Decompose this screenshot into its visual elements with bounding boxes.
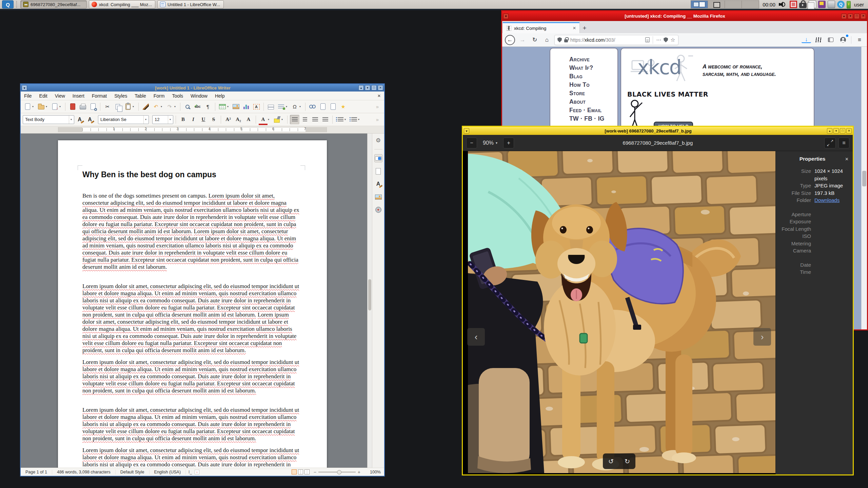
text-language[interactable]: English (USA)	[150, 470, 186, 474]
writer-titlebar[interactable]: ▾ [work] Untitled 1 - LibreOffice Writer…	[21, 84, 384, 92]
print-preview-icon[interactable]	[88, 102, 98, 111]
disk-space-icon[interactable]	[828, 1, 835, 8]
browser-scrollbar[interactable]	[861, 47, 867, 329]
zoom-in-button[interactable]: +	[503, 138, 514, 148]
footnote-icon[interactable]	[318, 102, 328, 111]
clipboard-icon[interactable]	[809, 1, 816, 8]
properties-close-icon[interactable]: ✕	[845, 157, 849, 162]
menu-window[interactable]: Window	[191, 93, 208, 99]
hyperlink-icon[interactable]	[308, 102, 317, 111]
reload-button[interactable]: ↻	[530, 35, 539, 45]
menu-insert[interactable]: Insert	[73, 93, 84, 99]
font-color-caret[interactable]: ▾	[268, 118, 271, 121]
menu-styles[interactable]: Styles	[114, 93, 127, 99]
menu-edit[interactable]: Edit	[39, 93, 47, 99]
taskbar-window-writer[interactable]: Untitled 1 - LibreOffice W...	[157, 0, 224, 8]
xkcd-link-store[interactable]: Store	[569, 89, 617, 98]
multi-page-view-icon[interactable]	[298, 469, 303, 474]
window-menu-icon[interactable]: ▾	[22, 85, 27, 90]
page-style[interactable]: Default Style	[116, 470, 150, 474]
zoom-out-icon[interactable]: −	[314, 469, 316, 475]
shade-button[interactable]: ▴	[827, 128, 832, 134]
font-color-icon[interactable]: A	[258, 115, 268, 124]
url-text[interactable]: https://xkcd.com/303/	[570, 37, 643, 43]
xkcd-link-howto[interactable]: How To	[569, 81, 617, 89]
menu-table[interactable]: Table	[135, 93, 146, 99]
scrollbar-thumb[interactable]	[862, 171, 866, 186]
xkcd-link-whatif[interactable]: What If?	[569, 64, 617, 72]
navigator-deck-icon[interactable]	[374, 206, 382, 214]
forward-button[interactable]: →	[518, 35, 527, 45]
taskbar-window-firefox[interactable]: xkcd: Compiling ___ Moz...	[89, 0, 155, 8]
maximize-button[interactable]: □	[840, 128, 845, 134]
qubes-tray-icon[interactable]: Q	[837, 1, 845, 8]
bullet-caret[interactable]: ▾	[344, 118, 348, 121]
taskbar-window-image-viewer[interactable]: 6968727080_29ecef8af...	[20, 0, 87, 8]
page-deck-icon[interactable]	[374, 167, 382, 175]
xkcd-link-about[interactable]: About	[569, 98, 617, 106]
bullet-list-icon[interactable]	[335, 115, 344, 124]
shade-button[interactable]: ▴	[358, 85, 364, 90]
zoom-percent[interactable]: 100%	[364, 470, 381, 474]
field-caret[interactable]: ▾	[286, 105, 289, 108]
hamburger-menu-icon[interactable]: ≡	[855, 35, 864, 45]
fullscreen-button[interactable]: ↗↙	[824, 138, 836, 148]
clone-formatting-icon[interactable]	[141, 102, 151, 111]
undo-caret[interactable]: ▾	[161, 105, 164, 108]
redo-caret[interactable]: ▾	[174, 105, 178, 108]
align-justify-icon[interactable]	[320, 115, 330, 124]
page-count[interactable]: Page 1 of 1	[24, 470, 52, 474]
page-break-icon[interactable]	[266, 102, 276, 111]
find-replace-icon[interactable]	[183, 102, 192, 111]
qubes-domains-icon[interactable]	[790, 1, 797, 8]
paragraph-style-select[interactable]: Text Body ▾	[23, 115, 74, 124]
align-left-icon[interactable]	[290, 115, 299, 124]
special-char-caret[interactable]: ▾	[299, 105, 303, 108]
page-actions-icon[interactable]: ⋯	[656, 37, 661, 43]
export-pdf-icon[interactable]	[68, 102, 77, 111]
firefox-titlebar[interactable]: ▾ [untrusted] xkcd: Compiling __ Mozilla…	[502, 11, 867, 21]
toolbar-overflow-icon[interactable]: »	[373, 102, 382, 111]
gallery-deck-icon[interactable]	[374, 193, 382, 201]
insert-table-icon[interactable]	[218, 102, 227, 111]
font-size-select[interactable]: 12 ▾	[152, 115, 173, 124]
workspace-3[interactable]	[725, 1, 742, 8]
copy-icon[interactable]	[113, 102, 122, 111]
formatting-marks-icon[interactable]: ¶	[203, 102, 213, 111]
sidebars-icon[interactable]	[826, 35, 835, 45]
previous-image-button[interactable]: ‹	[467, 328, 485, 346]
open-icon[interactable]	[36, 102, 46, 111]
minimize-button[interactable]: ▾	[848, 14, 853, 19]
document-canvas[interactable]: Why Ben is the best dog on campus Ben is…	[21, 134, 367, 468]
xkcd-logo[interactable]: xkcd	[637, 56, 681, 79]
sidebar-settings-icon[interactable]: ⚙	[374, 136, 382, 144]
spelling-icon[interactable]: abc	[193, 102, 202, 111]
library-icon[interactable]	[814, 35, 823, 45]
close-button[interactable]: ✕	[846, 128, 852, 134]
downloads-icon[interactable]: ↓	[802, 37, 811, 43]
document-modified-icon[interactable]: ↓	[195, 470, 199, 474]
scrollbar-thumb[interactable]	[368, 279, 371, 310]
lock-icon[interactable]	[799, 3, 807, 8]
insert-mode-icon[interactable]: I_	[186, 470, 195, 474]
window-menu-icon[interactable]: ▾	[503, 14, 509, 19]
insert-chart-icon[interactable]	[241, 102, 251, 111]
zoom-in-icon[interactable]: +	[358, 469, 360, 475]
workspace-2[interactable]	[708, 1, 725, 8]
superscript-icon[interactable]: A²	[223, 115, 233, 124]
next-image-button[interactable]: ›	[753, 328, 771, 346]
close-button[interactable]: ✕	[861, 14, 866, 19]
table-caret[interactable]: ▾	[227, 105, 231, 108]
underline-icon[interactable]: U	[199, 115, 208, 124]
align-center-icon[interactable]	[300, 115, 310, 124]
zoom-slider[interactable]: − +	[314, 469, 360, 475]
account-icon[interactable]	[838, 35, 848, 45]
save-caret[interactable]: ▾	[59, 105, 63, 108]
battery-icon[interactable]	[847, 1, 851, 8]
menu-view[interactable]: View	[55, 93, 65, 99]
workspace-1[interactable]	[691, 1, 708, 8]
book-view-icon[interactable]	[304, 469, 310, 474]
numbered-list-icon[interactable]	[349, 115, 358, 124]
redo-icon[interactable]: ↷	[165, 102, 174, 111]
new-tab-button[interactable]: +	[579, 23, 590, 33]
